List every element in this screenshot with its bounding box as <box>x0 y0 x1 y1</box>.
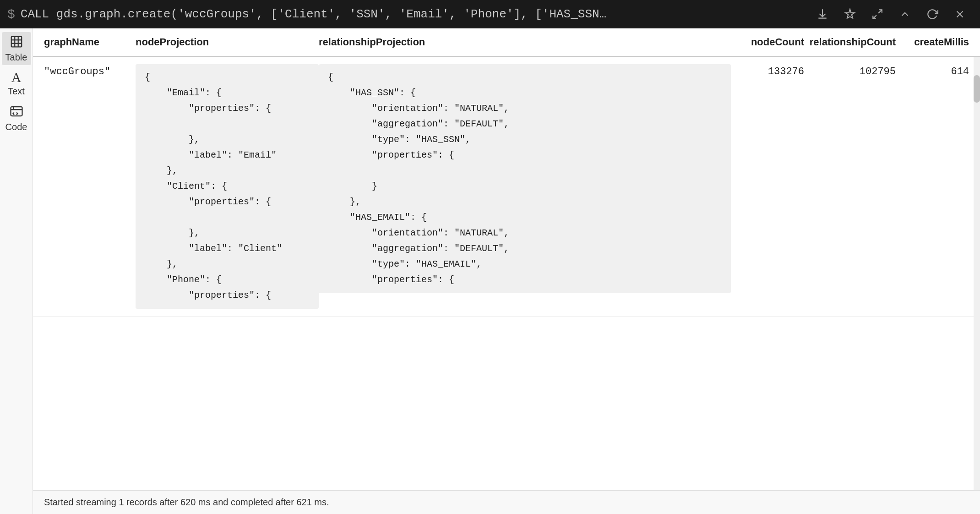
sidebar-item-code[interactable]: Code <box>2 102 31 135</box>
command-prompt: $ <box>7 7 15 22</box>
up-button[interactable] <box>892 1 918 27</box>
sidebar: Table A Text Code <box>0 28 33 514</box>
sidebar-item-table[interactable]: Table <box>2 32 31 65</box>
content-area: graphName nodeProjection relationshipPro… <box>33 28 980 514</box>
col-header-nodeprojection: nodeProjection <box>136 36 319 48</box>
col-header-nodecount: nodeCount <box>731 36 804 48</box>
col-header-relcount: relationshipCount <box>804 36 896 48</box>
main-layout: Table A Text Code graphName nodeProje <box>0 28 980 514</box>
download-button[interactable] <box>810 1 835 27</box>
status-text: Started streaming 1 records after 620 ms… <box>44 497 329 508</box>
close-button[interactable] <box>947 1 973 27</box>
scrollbar-thumb[interactable] <box>974 75 980 103</box>
svg-rect-4 <box>11 36 22 47</box>
refresh-button[interactable] <box>920 1 945 27</box>
table-header: graphName nodeProjection relationshipPro… <box>33 28 980 57</box>
svg-line-1 <box>873 15 877 19</box>
col-header-graphname: graphName <box>44 36 136 48</box>
cell-graphname: "wccGroups" <box>44 64 136 77</box>
col-header-relprojection: relationshipProjection <box>319 36 731 48</box>
table-body[interactable]: "wccGroups" { "Email": { "properties": {… <box>33 57 980 490</box>
cell-relcount: 102795 <box>804 64 896 77</box>
col-header-millis: createMillis <box>896 36 969 48</box>
cell-relprojection: { "HAS_SSN": { "orientation": "NATURAL",… <box>319 64 731 293</box>
nodeprojection-json: { "Email": { "properties": { }, "label":… <box>136 64 319 309</box>
code-icon <box>10 104 23 120</box>
sidebar-item-code-label: Code <box>5 122 27 132</box>
scrollbar-track[interactable] <box>974 57 980 490</box>
top-bar: $ CALL gds.graph.create('wccGroups', ['C… <box>0 0 980 28</box>
table-icon <box>10 35 23 50</box>
relprojection-json: { "HAS_SSN": { "orientation": "NATURAL",… <box>319 64 731 293</box>
table-row: "wccGroups" { "Email": { "properties": {… <box>33 57 980 317</box>
cell-millis: 614 <box>896 64 969 77</box>
text-icon: A <box>11 71 22 84</box>
sidebar-item-text-label: Text <box>8 86 25 97</box>
cell-nodecount: 133276 <box>731 64 804 77</box>
svg-line-0 <box>878 10 882 13</box>
status-bar: Started streaming 1 records after 620 ms… <box>33 490 980 514</box>
sidebar-item-table-label: Table <box>5 52 27 63</box>
pin-button[interactable] <box>837 1 863 27</box>
top-bar-actions <box>810 1 973 27</box>
command-text: CALL gds.graph.create('wccGroups', ['Cli… <box>21 7 806 21</box>
expand-button[interactable] <box>865 1 890 27</box>
cell-nodeprojection: { "Email": { "properties": { }, "label":… <box>136 64 319 309</box>
sidebar-item-text[interactable]: A Text <box>2 67 31 100</box>
